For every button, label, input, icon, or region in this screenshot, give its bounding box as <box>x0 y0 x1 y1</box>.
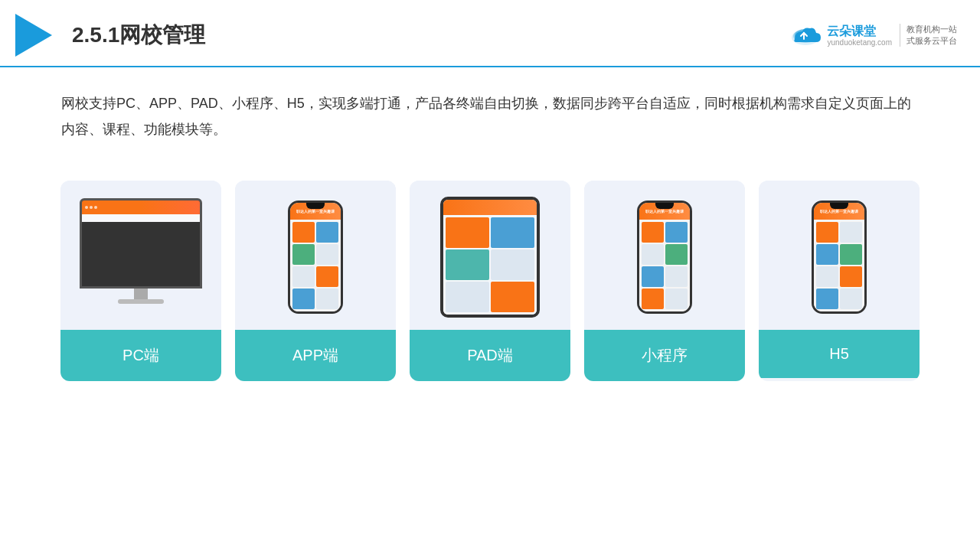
app-phone-icon: 职达人的第一堂兴趣课 <box>288 201 343 314</box>
card-app-image: 职达人的第一堂兴趣课 <box>235 181 396 330</box>
card-pc: PC端 <box>60 181 221 381</box>
cards-container: PC端 职达人的第一堂兴趣课 <box>0 158 980 404</box>
brand-domain: yunduoketang.com <box>827 38 892 47</box>
page-title: 2.5.1网校管理 <box>72 21 205 50</box>
description-text: 网校支持PC、APP、PAD、小程序、H5，实现多端打通，产品各终端自由切换，数… <box>0 67 980 150</box>
pc-monitor-icon <box>76 198 206 317</box>
header-right: 云朵课堂 yunduoketang.com 教育机构一站式服务云平台 <box>789 24 957 47</box>
card-miniprogram-label: 小程序 <box>584 330 745 381</box>
brand-slogan: 教育机构一站式服务云平台 <box>900 24 957 47</box>
card-miniprogram: 职达人的第一堂兴趣课 小程序 <box>584 181 745 381</box>
card-h5-label: H5 <box>759 330 920 378</box>
logo-triangle-icon <box>15 14 52 57</box>
phone-notch-h5 <box>830 203 848 209</box>
description-content: 网校支持PC、APP、PAD、小程序、H5，实现多端打通，产品各终端自由切换，数… <box>61 96 911 137</box>
miniprogram-phone-icon: 职达人的第一堂兴趣课 <box>637 201 692 314</box>
brand-text: 云朵课堂 yunduoketang.com <box>827 24 892 47</box>
page-header: 2.5.1网校管理 云朵课堂 yunduoketang.com 教育机构一站式服… <box>0 0 980 67</box>
brand-name: 云朵课堂 <box>827 24 876 38</box>
card-app-label: APP端 <box>235 330 396 381</box>
card-app: 职达人的第一堂兴趣课 APP端 <box>235 181 396 381</box>
card-pad: PAD端 <box>410 181 570 381</box>
card-pc-label: PC端 <box>60 330 221 381</box>
header-left: 2.5.1网校管理 <box>15 14 205 57</box>
card-h5-image: 职达人的第一堂兴趣课 <box>759 181 920 330</box>
phone-notch-mini <box>655 203 674 209</box>
card-pad-label: PAD端 <box>410 330 570 381</box>
pad-tablet-icon <box>440 197 540 318</box>
h5-phone-icon: 职达人的第一堂兴趣课 <box>812 201 867 314</box>
phone-notch <box>306 203 325 209</box>
brand-logo: 云朵课堂 yunduoketang.com 教育机构一站式服务云平台 <box>789 24 957 47</box>
cloud-icon <box>789 24 822 47</box>
card-h5: 职达人的第一堂兴趣课 H5 <box>759 181 920 381</box>
card-miniprogram-image: 职达人的第一堂兴趣课 <box>584 181 745 330</box>
card-pc-image <box>60 181 221 330</box>
card-pad-image <box>410 181 570 330</box>
